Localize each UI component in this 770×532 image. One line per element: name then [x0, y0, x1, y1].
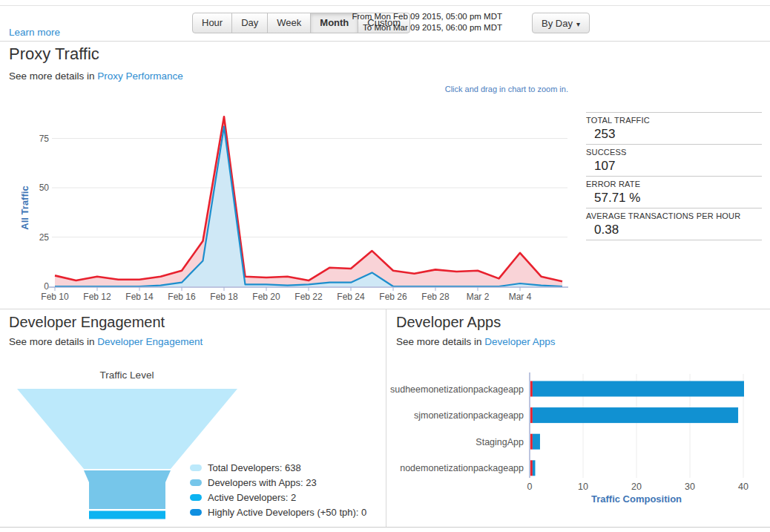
svg-text:Feb 10: Feb 10	[41, 292, 69, 302]
toolbar: Learn more Hour Day Week Month Custom Fr…	[0, 0, 770, 42]
svg-text:30: 30	[685, 482, 695, 492]
svg-text:Feb 26: Feb 26	[379, 292, 407, 302]
legend-item: Highly Active Developers (+50 tph): 0	[190, 507, 366, 518]
svg-text:75: 75	[39, 134, 50, 144]
proxy-traffic-title: Proxy Traffic	[9, 45, 99, 64]
svg-text:Feb 28: Feb 28	[421, 292, 450, 302]
developer-engagement-subtitle: See more details in Developer Engagement	[9, 336, 203, 347]
svg-text:All Traffic: All Traffic	[19, 185, 30, 229]
legend-label: Highly Active Developers (+50 tph): 0	[208, 507, 366, 518]
svg-text:nodemonetizationpackageapp: nodemonetizationpackageapp	[400, 463, 524, 473]
svg-text:Traffic Composition: Traffic Composition	[591, 493, 682, 505]
svg-text:Mar 2: Mar 2	[467, 292, 490, 302]
developer-engagement-link[interactable]: Developer Engagement	[97, 336, 203, 347]
bottom-panels: Developer Engagement See more details in…	[0, 309, 770, 527]
developer-apps-bar-chart[interactable]: sudheemonetizationpackageappsjmonetizati…	[386, 368, 770, 509]
bottom-divider	[0, 527, 770, 528]
developer-apps-link[interactable]: Developer Apps	[484, 336, 555, 347]
legend-swatch	[190, 479, 202, 486]
svg-text:Feb 18: Feb 18	[210, 292, 238, 302]
see-more-text: See more details in	[9, 336, 97, 347]
stat-total-traffic: TOTAL TRAFFIC 253	[586, 113, 762, 145]
date-range-text: From Mon Feb 09 2015, 05:00 pm MDT To Mo…	[352, 11, 502, 33]
svg-text:40: 40	[738, 482, 748, 492]
legend-swatch	[190, 509, 202, 516]
date-to-label: To Mon Mar 09 2015, 06:00 pm MDT	[352, 22, 502, 33]
proxy-traffic-chart[interactable]: Feb 10Feb 12Feb 14Feb 16Feb 18Feb 20Feb …	[0, 104, 579, 306]
see-more-text: See more details in	[9, 70, 97, 82]
svg-text:50: 50	[39, 183, 50, 193]
top-divider	[0, 5, 770, 6]
svg-text:Feb 16: Feb 16	[168, 292, 196, 302]
svg-text:20: 20	[631, 482, 642, 492]
svg-text:0: 0	[527, 482, 533, 492]
legend-item: Total Developers: 638	[190, 462, 366, 473]
date-from-label: From Mon Feb 09 2015, 05:00 pm MDT	[352, 11, 502, 22]
stat-avg-tph: AVERAGE TRANSACTIONS PER HOUR 0.38	[586, 208, 762, 240]
proxy-traffic-subtitle: See more details in Proxy Performance	[9, 70, 183, 82]
range-button-day[interactable]: Day	[231, 13, 268, 33]
developer-engagement-section: Developer Engagement See more details in…	[0, 309, 386, 527]
svg-text:25: 25	[39, 232, 50, 243]
svg-text:sjmonetizationpackageapp: sjmonetizationpackageapp	[414, 410, 524, 421]
traffic-stats-panel: TOTAL TRAFFIC 253 SUCCESS 107 ERROR RATE…	[586, 112, 762, 240]
range-button-hour[interactable]: Hour	[192, 13, 232, 33]
developer-apps-subtitle: See more details in Developer Apps	[396, 336, 556, 347]
svg-text:StagingApp: StagingApp	[476, 437, 524, 447]
svg-text:sudheemonetizationpackageapp: sudheemonetizationpackageapp	[390, 384, 524, 395]
proxy-traffic-section: Proxy Traffic See more details in Proxy …	[0, 42, 770, 308]
proxy-performance-link[interactable]: Proxy Performance	[97, 70, 183, 82]
legend-item: Active Developers: 2	[190, 492, 366, 503]
range-button-week[interactable]: Week	[267, 13, 311, 33]
group-by-dropdown[interactable]: By Day▾	[532, 13, 590, 33]
funnel-legend: Total Developers: 638Developers with App…	[190, 462, 366, 522]
legend-label: Active Developers: 2	[208, 492, 296, 503]
group-by-label: By Day	[542, 18, 573, 29]
developer-apps-title: Developer Apps	[396, 314, 501, 331]
developer-apps-section: Developer Apps See more details in Devel…	[386, 309, 770, 527]
svg-text:Feb 20: Feb 20	[252, 292, 280, 302]
svg-text:Feb 14: Feb 14	[125, 292, 154, 302]
svg-text:Mar 4: Mar 4	[509, 292, 532, 302]
legend-label: Developers with Apps: 23	[208, 477, 317, 488]
svg-text:Feb 22: Feb 22	[294, 292, 323, 302]
developer-engagement-title: Developer Engagement	[9, 314, 165, 331]
chart-zoom-hint: Click and drag in chart to zoom in.	[445, 85, 568, 93]
legend-swatch	[190, 464, 202, 471]
legend-item: Developers with Apps: 23	[190, 477, 366, 488]
legend-swatch	[190, 494, 202, 501]
svg-text:0: 0	[44, 281, 49, 292]
caret-down-icon: ▾	[576, 20, 580, 28]
stat-success: SUCCESS 107	[586, 145, 762, 177]
see-more-text: See more details in	[396, 336, 484, 347]
legend-label: Total Developers: 638	[208, 462, 301, 473]
svg-text:Feb 24: Feb 24	[337, 292, 365, 302]
svg-text:Traffic Level: Traffic Level	[100, 370, 154, 381]
svg-text:10: 10	[578, 482, 588, 492]
stat-error-rate: ERROR RATE 57.71 %	[586, 177, 762, 208]
learn-more-link[interactable]: Learn more	[9, 27, 60, 38]
svg-text:Feb 12: Feb 12	[83, 292, 111, 302]
